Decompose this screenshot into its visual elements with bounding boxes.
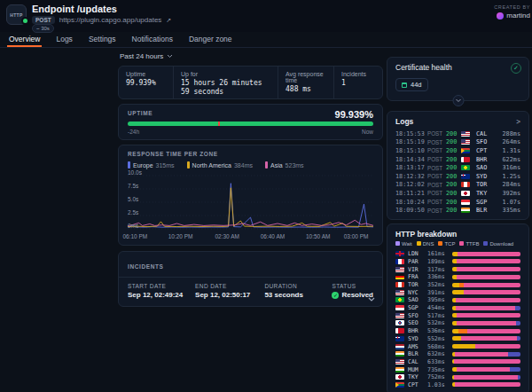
log-row[interactable]: 18:11:21POST200TKY392ms xyxy=(395,189,520,198)
incident-status: STATUS ✓ Resolved xyxy=(332,283,373,299)
log-row[interactable]: 18:12:32POST200SYD1.25s xyxy=(395,172,520,181)
http-breakdown-list: LDN161msPAR189msVIR317msFRA336msTOR352ms… xyxy=(395,250,520,388)
breakdown-legend-tcp: TCP xyxy=(438,241,455,247)
log-row[interactable]: 18:12:02POST200TOR284ms xyxy=(395,181,520,190)
log-row[interactable]: 18:15:10POST200CPT1.31s xyxy=(395,146,520,155)
breakdown-location-code: AMS xyxy=(408,343,427,350)
log-row[interactable]: 18:15:19POST200SFO264ms xyxy=(395,138,520,147)
legend-mark-north-america xyxy=(187,161,190,169)
calendar-icon xyxy=(402,82,407,88)
certificate-expand-button[interactable] xyxy=(452,95,464,106)
country-flag-icon xyxy=(461,131,470,137)
log-status: 200 xyxy=(446,207,461,214)
endpoint-url[interactable]: https://plugin.capgo.app/updates xyxy=(59,16,162,24)
x-axis-tick: 10:50 AM xyxy=(306,233,330,239)
breakdown-legend-ttfb: TTFB xyxy=(459,241,479,247)
breakdown-total-time: 633ms xyxy=(427,358,452,365)
log-row[interactable]: 18:13:17POST200SAO316ms xyxy=(395,163,520,172)
check-icon: ✓ xyxy=(332,292,339,299)
x-axis-tick: 10:20 PM xyxy=(168,233,193,239)
uptime-axis-start: -24h xyxy=(128,129,139,135)
tab-overview[interactable]: Overview xyxy=(7,35,42,47)
y-axis-tick: 10.0s xyxy=(128,169,142,176)
bar-segment-ttfb xyxy=(455,382,520,387)
log-row[interactable]: 18:14:34POST200BHR622ms xyxy=(395,155,520,164)
breakdown-location-code: SGP xyxy=(408,304,427,311)
series-line-europe xyxy=(128,184,373,228)
tab-bar: Overview Logs Settings Notifications Dan… xyxy=(0,32,532,48)
breakdown-total-time: 352ms xyxy=(427,281,452,288)
bar-segment-download xyxy=(516,321,520,325)
log-method: POST xyxy=(427,208,446,214)
legend-swatch xyxy=(483,241,488,246)
breakdown-row: TOR352ms xyxy=(395,281,520,289)
breakdown-stacked-bar xyxy=(452,259,520,263)
http-breakdown-card: HTTP breakdown WaitDNSTCPTTFBDownload LD… xyxy=(387,223,529,392)
bar-segment-ttfb xyxy=(467,329,520,333)
country-flag-icon xyxy=(395,336,404,341)
legend-label: TCP xyxy=(444,241,455,247)
tab-settings[interactable]: Settings xyxy=(87,35,118,47)
bar-segment-ttfb xyxy=(464,290,520,294)
x-axis-tick: 06:40 AM xyxy=(261,233,285,239)
certificate-title: Certificate health xyxy=(395,63,520,72)
time-range-selector[interactable]: Past 24 hours xyxy=(120,52,381,60)
page-header: HTTP Endpoint /updates POST https://plug… xyxy=(0,0,532,32)
breakdown-stacked-bar xyxy=(452,275,520,279)
external-link-icon[interactable]: ↗ xyxy=(166,17,171,24)
log-method: POST xyxy=(427,182,446,188)
uptime-percent: 99.939% xyxy=(335,109,373,120)
legend-label: DNS xyxy=(423,241,434,247)
bar-segment-ttfb xyxy=(454,359,520,364)
log-row[interactable]: 18:09:50POST200BLR335ms xyxy=(395,206,520,215)
incident-row[interactable]: START DATE Sep 12, 02:49:24 END DATE Sep… xyxy=(119,278,382,306)
bar-segment-ttfb xyxy=(456,298,520,302)
legend-europe[interactable]: Europe 315ms xyxy=(128,161,175,169)
page-title: Endpoint /updates xyxy=(32,4,117,14)
breakdown-stacked-bar xyxy=(452,336,520,341)
chevron-down-icon xyxy=(167,54,173,59)
incidents-title: INCIDENTS xyxy=(128,263,163,270)
breakdown-location-code: SEO xyxy=(408,319,427,326)
legend-asia[interactable]: Asia 523ms xyxy=(265,161,304,169)
stat-label: Avg response time xyxy=(286,71,326,83)
log-status: 200 xyxy=(446,147,461,154)
incident-expand-chevron[interactable] xyxy=(368,290,375,306)
legend-north-america[interactable]: North America 384ms xyxy=(187,161,253,169)
status-badge: ✓ Resolved xyxy=(332,291,373,299)
country-flag-icon xyxy=(461,191,470,196)
y-axis-tick: 2.5s xyxy=(128,209,138,216)
bar-segment-tcp xyxy=(458,329,467,333)
bar-segment-download xyxy=(510,367,520,372)
log-row[interactable]: 18:15:53POST200CAL288ms xyxy=(395,129,520,138)
tab-logs[interactable]: Logs xyxy=(54,35,74,47)
log-method: POST xyxy=(427,165,446,171)
logs-open-chevron[interactable]: > xyxy=(516,118,520,126)
breakdown-stacked-bar xyxy=(452,298,520,302)
avatar xyxy=(497,12,504,20)
breakdown-row: TKY752ms xyxy=(395,373,520,381)
bar-segment-ttfb xyxy=(457,267,520,271)
breakdown-location-code: TKY xyxy=(408,373,427,380)
log-row[interactable]: 18:10:24POST200SGP1.07s xyxy=(395,198,520,207)
country-flag-icon xyxy=(461,148,470,153)
breakdown-total-time: 735ms xyxy=(427,366,452,373)
country-flag-icon xyxy=(395,344,404,349)
country-flag-icon xyxy=(461,174,470,179)
breakdown-location-code: SFO xyxy=(408,312,427,319)
log-method: POST xyxy=(427,147,446,153)
log-time: 18:12:02 xyxy=(395,181,427,188)
tab-notifications[interactable]: Notifications xyxy=(130,35,175,47)
tab-danger-zone[interactable]: Danger zone xyxy=(187,35,234,47)
method-badge: POST xyxy=(32,16,55,24)
breakdown-row: CAL633ms xyxy=(395,358,520,366)
incident-end-date: END DATE Sep 12, 02:50:17 xyxy=(195,283,264,299)
log-time: 18:13:17 xyxy=(395,164,427,171)
legend-swatch xyxy=(395,241,400,246)
breakdown-row: SGP454ms xyxy=(395,304,520,312)
breakdown-stacked-bar xyxy=(452,267,520,271)
breakdown-total-time: 752ms xyxy=(427,373,452,380)
breakdown-row: FRA336ms xyxy=(395,273,520,281)
x-axis-tick: 03:00 PM xyxy=(344,233,369,239)
bar-segment-ttfb xyxy=(457,321,517,325)
